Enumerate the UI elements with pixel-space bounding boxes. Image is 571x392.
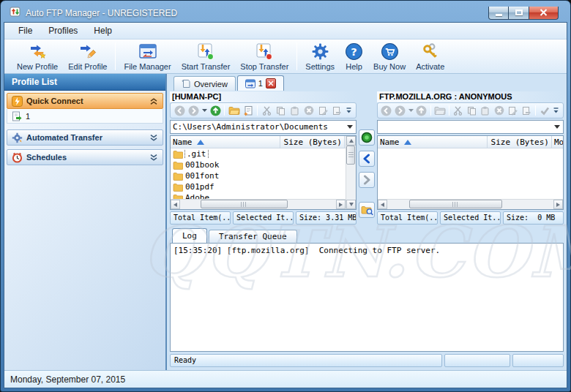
local-toolbar-overflow[interactable] <box>345 107 353 115</box>
scroll-right-arrow[interactable] <box>553 200 563 209</box>
local-rename-button[interactable] <box>317 105 329 117</box>
column-header-name[interactable]: Name <box>378 136 488 148</box>
file-name: .git <box>185 149 208 159</box>
file-row[interactable]: .git 08/25 <box>171 148 346 159</box>
new-profile-label: New Profile <box>17 62 58 71</box>
remote-up-button[interactable] <box>416 105 428 117</box>
local-history-dropdown[interactable] <box>202 105 208 117</box>
file-panels: [HUMAN-PC] <box>169 91 564 225</box>
tab-profile-1[interactable]: 1 <box>237 75 284 91</box>
remote-toolbar-overflow[interactable] <box>553 107 560 115</box>
remote-rename-button[interactable] <box>507 105 519 117</box>
file-arrow-icon <box>522 106 531 116</box>
local-properties-button[interactable] <box>331 105 343 117</box>
buy-now-button[interactable]: Buy Now <box>368 41 411 72</box>
profile-item-1[interactable]: 1 <box>7 109 163 124</box>
file-manager-button[interactable]: File Manager <box>119 41 176 72</box>
expand-down-icon[interactable] <box>149 134 158 142</box>
expand-down-icon[interactable] <box>149 154 158 162</box>
sort-ascending-icon <box>197 140 204 145</box>
tab-transfer-queue[interactable]: Transfer Queue <box>209 230 297 243</box>
column-header-size[interactable]: Size (Bytes) <box>488 136 552 148</box>
scroll-left-arrow[interactable] <box>378 200 387 209</box>
file-row[interactable]: 001font 09/01 <box>171 170 346 181</box>
remote-forward-button[interactable] <box>395 105 406 117</box>
browse-compare-button[interactable] <box>359 202 375 218</box>
remote-cut-button[interactable] <box>452 105 464 117</box>
profile-item-label: 1 <box>26 112 30 121</box>
remote-open-folder-button[interactable] <box>434 105 446 117</box>
menu-help[interactable]: Help <box>86 23 120 38</box>
local-cut-button[interactable] <box>261 105 272 117</box>
stop-transfer-button[interactable]: Stop Transfer <box>235 41 294 72</box>
close-button[interactable] <box>529 7 559 20</box>
local-copy-button[interactable] <box>275 105 286 117</box>
column-header-name[interactable]: Name <box>171 136 280 148</box>
local-status-row: Total Item(... Selected It... Size: 3.31… <box>170 211 357 225</box>
remote-copy-button[interactable] <box>466 105 477 117</box>
scroll-down-arrow[interactable] <box>346 200 356 209</box>
remote-properties-button[interactable] <box>520 105 532 117</box>
folder-icon <box>173 172 183 181</box>
maximize-button[interactable] <box>509 7 529 20</box>
scrollbar-thumb[interactable] <box>346 146 355 165</box>
scroll-left-arrow[interactable] <box>171 200 180 209</box>
local-open-folder-button[interactable] <box>228 105 239 117</box>
local-horizontal-scrollbar[interactable] <box>171 199 346 209</box>
local-vertical-scrollbar[interactable] <box>346 136 356 209</box>
new-profile-button[interactable]: New Profile <box>12 41 63 72</box>
schedules-icon <box>12 152 23 163</box>
tab-close-button[interactable] <box>266 78 276 88</box>
scroll-right-arrow[interactable] <box>336 200 346 209</box>
file-name: 001pdf <box>185 182 214 192</box>
tab-log[interactable]: Log <box>172 228 207 243</box>
tab-overview[interactable]: Overview <box>173 76 236 91</box>
local-path-combo[interactable]: C:\Users\Administrator\Documents <box>170 120 357 134</box>
schedules-label: Schedules <box>26 153 67 162</box>
collapse-up-icon[interactable] <box>149 97 158 105</box>
remote-delete-button[interactable] <box>493 105 505 117</box>
delete-icon <box>304 105 314 116</box>
help-button[interactable]: ? Help <box>340 41 368 72</box>
remote-horizontal-scrollbar[interactable] <box>378 199 563 209</box>
sidebar-group-quick-connect[interactable]: Quick Connect <box>7 93 163 109</box>
settings-button[interactable]: Settings <box>300 41 340 72</box>
column-header-modified[interactable]: Modified <box>552 136 563 148</box>
local-paste-button[interactable] <box>288 105 300 117</box>
sidebar-group-schedules[interactable]: Schedules <box>7 149 163 165</box>
file-row[interactable]: 001pdf 09/07 <box>171 181 346 192</box>
remote-apply-button[interactable] <box>539 105 551 117</box>
local-up-button[interactable] <box>209 105 221 117</box>
transfer-right-button[interactable] <box>359 172 375 188</box>
remote-history-dropdown[interactable] <box>408 105 413 117</box>
edit-profile-button[interactable]: Edit Profile <box>63 41 112 72</box>
start-transfer-button[interactable]: Start Transfer <box>176 41 236 72</box>
sidebar-group-automated-transfer[interactable]: Automated Transfer <box>7 129 163 146</box>
remote-paste-button[interactable] <box>479 105 491 117</box>
minimize-button[interactable] <box>488 7 509 20</box>
start-transfer-label: Start Transfer <box>182 62 231 71</box>
local-delete-button[interactable] <box>303 105 315 117</box>
file-row[interactable]: Adobe 08/25 <box>171 192 346 199</box>
scrollbar-thumb[interactable] <box>409 200 502 208</box>
remote-path-dropdown[interactable] <box>551 121 563 133</box>
activate-button[interactable]: Activate <box>411 41 449 72</box>
log-output[interactable]: [15:35:20] [ftp.mozilla.org] Connecting … <box>170 243 564 352</box>
connect-icon <box>361 132 373 143</box>
scroll-up-arrow[interactable] <box>346 136 356 146</box>
connect-button[interactable] <box>359 129 375 146</box>
automated-transfer-icon <box>12 132 23 143</box>
column-header-size[interactable]: Size (Bytes) <box>280 136 345 148</box>
transfer-left-button[interactable] <box>359 151 375 167</box>
scrollbar-thumb[interactable] <box>201 200 288 208</box>
local-path-dropdown[interactable] <box>344 121 356 133</box>
menu-file[interactable]: File <box>10 23 40 38</box>
file-row[interactable]: 001book 09/07 <box>171 159 346 170</box>
menu-profiles[interactable]: Profiles <box>40 23 86 38</box>
local-back-button[interactable] <box>173 105 185 117</box>
local-forward-button[interactable] <box>187 105 199 117</box>
remote-back-button[interactable] <box>381 105 392 117</box>
remote-path-combo[interactable] <box>377 120 564 134</box>
local-new-folder-button[interactable] <box>242 105 254 117</box>
cut-icon <box>262 106 272 116</box>
